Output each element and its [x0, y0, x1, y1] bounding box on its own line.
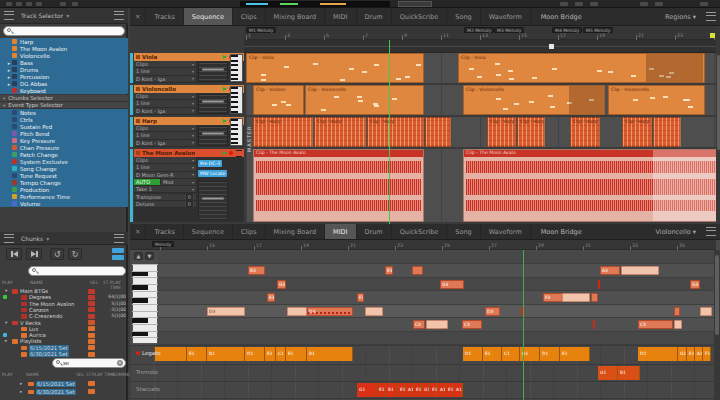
- chunk-color-chip[interactable]: [88, 333, 95, 338]
- midi-note[interactable]: [591, 293, 598, 302]
- articulation-segment[interactable]: G1: [422, 383, 430, 397]
- play-enable-icon[interactable]: [223, 87, 227, 91]
- articulation-segment[interactable]: A1: [454, 383, 463, 397]
- midi-clip[interactable]: [425, 117, 451, 147]
- track-setting-d-kont---iga[interactable]: D Kont - Iga▾: [134, 108, 196, 115]
- track-fader[interactable]: [198, 62, 228, 82]
- tab-midi[interactable]: MIDI: [325, 8, 356, 25]
- mini-keyboard[interactable]: [230, 86, 243, 114]
- track-fader[interactable]: [198, 94, 228, 114]
- chunks-search-input[interactable]: [28, 266, 126, 276]
- filtered-chunk-row[interactable]: ▸6/30/2021 Set: [0, 388, 128, 396]
- tab-waveform[interactable]: Waveform: [481, 224, 531, 239]
- articulation-label[interactable]: Tremolo: [136, 366, 158, 378]
- chunk-color-chip[interactable]: [88, 339, 95, 344]
- event-type-item[interactable]: Pitch Bend: [12, 130, 126, 137]
- track-setting-clips[interactable]: Clips▾: [134, 157, 196, 164]
- chunks-header[interactable]: Chunks▾: [0, 232, 128, 245]
- track-list-item[interactable]: ▸DG Abbas: [6, 80, 126, 87]
- play-enable-icon[interactable]: [223, 55, 227, 59]
- articulation-label[interactable]: Staccato: [136, 383, 160, 395]
- timeline-marker[interactable]: M3 Melody: [494, 27, 524, 33]
- event-type-item[interactable]: Chan Pressure: [12, 144, 126, 151]
- chunk-color-chip[interactable]: [88, 301, 95, 306]
- articulation-segment[interactable]: E1: [430, 383, 438, 397]
- track-selector-header[interactable]: Track Selector ▾: [0, 8, 128, 24]
- expander-icon[interactable]: ▾: [5, 320, 7, 325]
- chunks-filter-input[interactable]: [52, 358, 126, 368]
- track-setting-d-moon-gem-r[interactable]: D Moon Gem-R▾: [134, 172, 196, 179]
- close-tab-icon[interactable]: ✕: [130, 224, 146, 239]
- articulation-segment[interactable]: E1: [446, 383, 454, 397]
- tab-song[interactable]: Song: [447, 224, 480, 239]
- track-setting-d-kont---iga[interactable]: D Kont - Iga▾: [134, 76, 196, 83]
- expander-icon[interactable]: ▾: [5, 288, 7, 293]
- clear-search-icon[interactable]: ✕: [117, 360, 123, 366]
- audio-clip[interactable]: Clip - The Moon Avalo: [253, 149, 424, 222]
- toolbar-icon[interactable]: [36, 2, 42, 6]
- track-setting-1-line[interactable]: 1 line▾: [134, 164, 196, 171]
- tempo-box[interactable]: [398, 1, 432, 7]
- tab-tracks[interactable]: Tracks: [146, 224, 183, 239]
- articulation-segment[interactable]: B1: [618, 366, 640, 380]
- track-list-item[interactable]: Keyboard: [6, 87, 126, 94]
- track-fader[interactable]: [198, 126, 228, 146]
- timeline-marker[interactable]: Melody: [152, 241, 174, 247]
- loop-forward-button[interactable]: ↻: [68, 248, 82, 260]
- midi-clip[interactable]: Clip - Harp: [253, 117, 313, 147]
- track-setting-clips[interactable]: Clips▾: [134, 93, 196, 100]
- articulation-segment[interactable]: D1: [540, 347, 560, 361]
- midi-clip[interactable]: Clip - Harp: [314, 117, 366, 147]
- black-key[interactable]: [132, 272, 148, 277]
- timeline-marker[interactable]: M4 Melody: [552, 27, 582, 33]
- record-enable-icon[interactable]: [229, 151, 233, 155]
- midi-note[interactable]: G3: [690, 280, 700, 289]
- fader-handle[interactable]: [202, 197, 224, 200]
- view-selector[interactable]: Violoncello ▾: [650, 228, 702, 236]
- transpose-control[interactable]: Transpose0: [134, 194, 196, 201]
- event-type-item[interactable]: Song Change: [12, 165, 126, 172]
- articulation-segment[interactable]: E1: [286, 347, 307, 361]
- scrollbar-thumb[interactable]: [715, 255, 719, 335]
- articulation-segment[interactable]: E1: [560, 347, 590, 361]
- event-type-item[interactable]: Volume: [12, 200, 126, 207]
- track-list-item[interactable]: Violoncello: [6, 52, 126, 59]
- note-lane[interactable]: [158, 332, 714, 346]
- chunk-color-chip[interactable]: [88, 352, 95, 357]
- fader-handle[interactable]: [202, 100, 224, 103]
- articulation-segment[interactable]: G1: [678, 347, 687, 361]
- cue-chip[interactable]: MW Locate: [198, 170, 227, 177]
- note-lane[interactable]: [158, 291, 714, 305]
- chunk-color-chip[interactable]: [88, 320, 95, 325]
- midi-note[interactable]: [562, 293, 590, 302]
- chunk-stack-icon[interactable]: [112, 248, 124, 253]
- cue-chip[interactable]: Pre DC-3: [198, 160, 222, 167]
- transpose-value[interactable]: 0: [185, 194, 194, 201]
- midi-note[interactable]: [621, 266, 659, 275]
- midi-clip[interactable]: [653, 117, 681, 147]
- articulation-segment[interactable]: B1: [307, 347, 353, 361]
- tab-quickscribe[interactable]: QuickScribe: [392, 224, 448, 239]
- tab-song[interactable]: Song: [447, 8, 480, 25]
- black-key[interactable]: [132, 298, 148, 303]
- midi-clip[interactable]: Clip - Violoncello: [608, 85, 705, 115]
- mini-keyboard[interactable]: [230, 118, 243, 146]
- go-to-end-button[interactable]: [26, 248, 42, 260]
- event-type-item[interactable]: Notes: [12, 109, 126, 116]
- midi-note[interactable]: [700, 307, 712, 316]
- track-setting-1-line[interactable]: 1 line▾: [134, 68, 196, 75]
- take-selector[interactable]: Take 1▾: [134, 186, 196, 193]
- expander-icon[interactable]: ▸: [5, 338, 7, 343]
- midi-clip[interactable]: Clip - Violoncello: [463, 85, 605, 115]
- track-title-bar[interactable]: Violoncello: [134, 85, 244, 93]
- toolbar-icon[interactable]: [655, 2, 663, 6]
- chunk-stack-icon[interactable]: [112, 255, 124, 260]
- midi-note[interactable]: E3: [385, 266, 393, 275]
- section-header[interactable]: ▾Event Type Selector: [0, 102, 128, 109]
- chunk-color-chip[interactable]: [88, 307, 95, 312]
- articulation-segment[interactable]: G1: [598, 366, 618, 380]
- midi-note[interactable]: [593, 320, 595, 329]
- black-key[interactable]: [132, 285, 148, 290]
- track-list-item[interactable]: ▸Percussion: [6, 73, 126, 80]
- note-lane[interactable]: [158, 251, 714, 265]
